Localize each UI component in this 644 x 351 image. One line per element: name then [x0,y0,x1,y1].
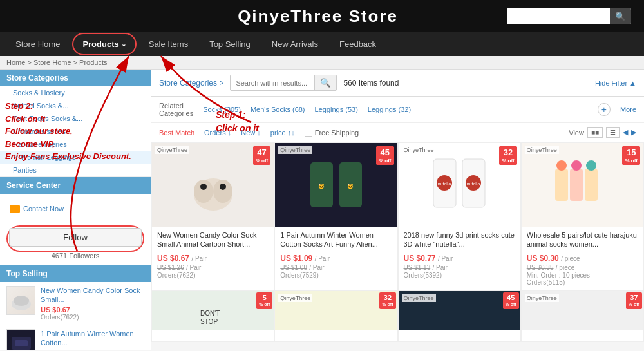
product-1-price-row: US $0.67 / Pair [157,254,269,263]
svg-text:nutella: nutella [467,182,480,186]
top-item-1-info: New Women Candy Color Sock Small... US $… [41,286,144,321]
follow-section: Follow 4671 Followers [0,220,151,265]
svg-rect-19 [555,169,568,201]
product-1-info: New Women Candy Color Sock Small Animal … [152,227,274,283]
product-3-discount-badge: 32 % off [499,146,517,165]
product-4-discount-badge: 15 % off [622,146,640,165]
product-2-orders: Orders(7529) [280,272,392,279]
sidebar-categories-title: Store Categories [0,70,151,86]
cat-tag-mens-socks[interactable]: Men's Socks (68) [251,106,305,113]
nav-top-selling[interactable]: Top Selling [200,34,260,54]
sort-orders[interactable]: Orders ↓ [204,129,231,137]
product-4-info: Wholesale 5 pairs/lot cute harajuku anim… [522,227,643,290]
product-1-orders: Orders(7622) [157,272,269,279]
nav-new-arrivals[interactable]: New Arrivals [263,34,327,54]
grid-view-button[interactable]: ■■ [587,127,603,138]
sidebar-categories-section: Store Categories Socks & Hosiery Animal … [0,70,151,177]
product-card-2[interactable]: 🐱 🐱 45 % off QinyeThree 1 Pair Autumn Wi… [274,142,397,290]
search-box: 🔍 [507,8,631,24]
product-6-image: QinyeThree 32 % off [275,291,397,330]
cat-tag-leggings-2[interactable]: Leggings (32) [368,106,411,113]
list-view-button[interactable]: ☰ [606,127,620,138]
cat-tag-socks[interactable]: Socks (305) [203,106,241,113]
nav-bar: Store Home Products ⌄ Sale Items Top Sel… [0,32,644,56]
pagination-next[interactable]: ▶ [631,128,636,137]
search-input[interactable] [507,8,610,24]
product-2-brand: QinyeThree [278,146,312,154]
contact-now-button[interactable]: Contact Now [6,203,144,214]
nav-sale-items[interactable]: Sale Items [140,34,197,54]
svg-text:STOP: STOP [200,318,218,325]
product-card-3[interactable]: nutella nutella 32 % off QinyeThree 2018… [398,142,521,290]
product-card-1[interactable]: 47 % off QinyeThree New Women Candy Colo… [151,142,274,290]
top-item-1-price: US $0.67 [41,306,144,314]
sidebar-item-socks-hosiery[interactable]: Socks & Hosiery [0,86,151,99]
follow-button[interactable]: Follow [9,228,142,247]
sort-new[interactable]: New ↓ [241,129,261,137]
product-3-brand: QinyeThree [402,146,436,154]
svg-text:🐱: 🐱 [318,183,325,189]
product-card-4[interactable]: 15 % off QinyeThree Wholesale 5 pairs/lo… [521,142,644,290]
free-shipping-filter[interactable]: Free Shipping [305,129,359,137]
sidebar-item-women-leggings[interactable]: ✓ Women Leggings [0,151,151,164]
related-categories-bar: RelatedCategories Socks (305) Men's Sock… [151,97,644,123]
search-within-input[interactable] [231,77,314,90]
top-item-1-image [6,286,35,315]
search-button[interactable]: 🔍 [610,8,631,24]
svg-rect-21 [585,169,598,201]
check-icon: ✓ [13,154,18,161]
product-3-info: 2018 new funny 3d print socks cute 3D wh… [399,227,520,283]
top-selling-item-2[interactable]: 1 Pair Autumn Winter Women Cotton... US … [0,325,151,350]
product-7-discount-badge: 45 % off [503,292,519,309]
product-1-brand: QinyeThree [155,146,189,154]
sidebar-item-animal-socks[interactable]: Animal Socks &... [0,99,151,112]
service-center-section: Service Center Contact Now [0,177,151,220]
top-item-1-name: New Women Candy Color Sock Small... [41,286,144,305]
store-categories-label: Store Categories > [159,79,223,88]
sidebar-item-xmas[interactable]: Christmas series [0,125,151,138]
product-card-5[interactable]: DON'TSTOP 5 % off [151,290,274,342]
product-3-image: nutella nutella 32 % off QinyeThree [399,143,520,227]
top-selling-item-1[interactable]: New Women Candy Color Sock Small... US $… [0,282,151,325]
search-within-box: 🔍 [230,75,337,91]
sidebar-item-halloween[interactable]: Halloween series [0,138,151,151]
nav-store-home[interactable]: Store Home [6,34,69,54]
product-3-price-row: US $0.77 / Pair [404,254,515,263]
cat-tag-leggings-1[interactable]: Leggings (53) [315,106,358,113]
top-item-2-price: US $1.09 [41,348,144,350]
pagination-prev[interactable]: ◀ [623,128,628,137]
service-center-body: Contact Now [0,198,151,220]
search-within-button[interactable]: 🔍 [314,75,336,90]
svg-rect-3 [15,340,28,346]
view-options: View ■■ ☰ ◀ ▶ [569,127,636,138]
product-1-name: New Women Candy Color Sock Small Animal … [157,231,269,251]
svg-point-8 [220,184,226,190]
product-card-7[interactable]: QinyeThree 45 % off [398,290,521,342]
product-2-price-row: US $1.09 / Pair [280,254,392,263]
product-3-price: US $0.77 [404,254,436,263]
more-categories-button[interactable]: + [598,103,611,116]
more-label[interactable]: More [620,106,636,113]
product-card-8[interactable]: QinyeThree 37 % off [521,290,644,342]
product-2-unit: / Pair [315,255,330,262]
sidebar: Store Categories Socks & Hosiery Animal … [0,70,151,350]
sort-best-match[interactable]: Best Match [159,129,194,137]
product-card-6[interactable]: QinyeThree 32 % off [274,290,397,342]
top-item-2-name: 1 Pair Autumn Winter Women Cotton... [41,329,144,348]
nav-feedback[interactable]: Feedback [330,34,385,54]
sidebar-item-fruit-foods[interactable]: Fruit Foods Socks &... [0,112,151,125]
sort-price[interactable]: price ↑↓ [270,129,295,137]
sort-bar: Best Match Orders ↓ New ↓ price ↑↓ Free … [151,123,644,142]
product-2-discount-badge: 45 % off [376,146,394,165]
product-7-brand: QinyeThree [402,294,436,302]
nav-products[interactable]: Products ⌄ [72,33,136,55]
product-5-discount-badge: 5 % off [256,292,272,309]
product-2-image: 🐱 🐱 45 % off QinyeThree [275,143,397,227]
product-8-discount-badge: 37 % off [626,292,642,309]
product-6-brand: QinyeThree [278,294,312,302]
hide-filter-button[interactable]: Hide Filter ▲ [595,79,636,87]
product-2-price: US $1.09 [280,254,312,263]
free-shipping-checkbox[interactable] [305,129,312,137]
product-1-price: US $0.67 [157,254,189,263]
sidebar-item-panties[interactable]: Panties [0,164,151,176]
